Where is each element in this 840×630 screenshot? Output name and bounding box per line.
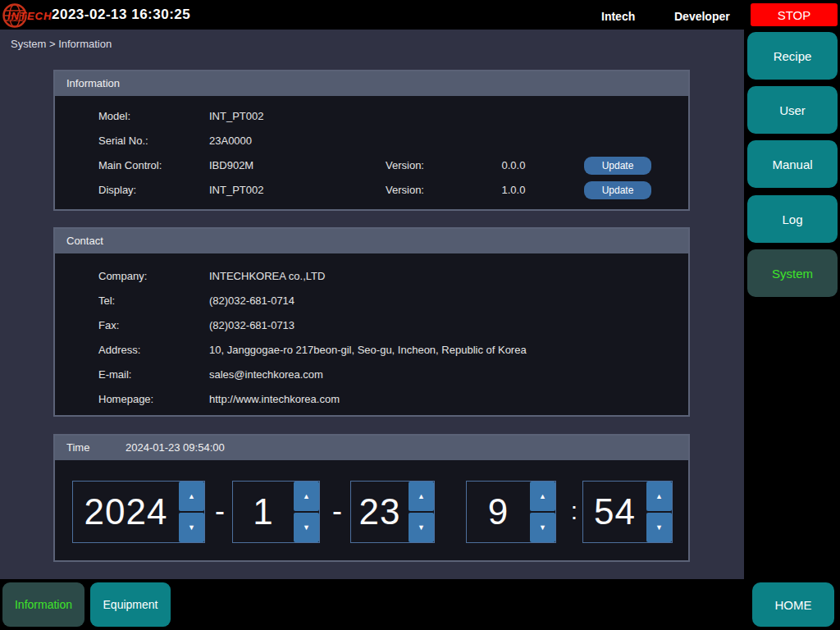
logo-text: INTECH (7, 10, 52, 22)
homepage-row: Homepage: http://www.intechkorea.com (55, 387, 688, 412)
address-row: Address: 10, Janggogae-ro 217beon-gil, S… (55, 338, 688, 363)
month-spinner: 1 ▲ ▼ (232, 481, 320, 543)
month-spin-buttons: ▲ ▼ (294, 482, 319, 542)
stop-button[interactable]: STOP (751, 3, 838, 26)
time-panel-header: Time 2024-01-23 09:54:00 (55, 436, 688, 460)
main-control-update-button[interactable]: Update (584, 157, 651, 175)
information-panel-body: Model: INT_PT002 Serial No.: 23A0000 Mai… (55, 96, 688, 209)
main-control-version-value: 0.0.0 (476, 153, 551, 178)
company-name-label: Intech (601, 10, 635, 23)
information-panel: Information Model: INT_PT002 Serial No.:… (53, 70, 690, 211)
minute-spinner: 54 ▲ ▼ (582, 481, 673, 543)
spin-down-icon: ▼ (539, 523, 546, 532)
fax-label: Fax: (98, 313, 119, 338)
time-panel-title: Time (66, 436, 89, 460)
logged-in-user-label: Developer (674, 10, 730, 23)
spin-up-icon: ▲ (539, 492, 546, 500)
information-panel-header: Information (55, 71, 688, 96)
home-button[interactable]: HOME (752, 582, 834, 627)
top-bar: INTECH 2023-02-13 16:30:25 Intech Develo… (0, 0, 840, 30)
month-field[interactable]: 1 (233, 491, 294, 532)
spin-down-icon: ▼ (188, 523, 195, 532)
month-down-button[interactable]: ▼ (294, 513, 319, 542)
minute-up-button[interactable]: ▲ (646, 482, 672, 511)
time-panel-body: 2024 ▲ ▼ - 1 ▲ ▼ - 23 ▲ ▼ (55, 460, 688, 560)
current-time-value: 2024-01-23 09:54:00 (126, 436, 225, 460)
company-value: INTECHKOREA co.,LTD (209, 264, 325, 289)
hour-down-button[interactable]: ▼ (530, 513, 555, 542)
spin-down-icon: ▼ (303, 523, 310, 532)
day-up-button[interactable]: ▲ (409, 482, 434, 511)
information-panel-title: Information (66, 71, 120, 96)
contact-panel-title: Contact (66, 229, 103, 253)
bottom-bar: Information Equipment HOME (0, 579, 840, 630)
tab-information[interactable]: Information (2, 582, 84, 627)
model-row: Model: INT_PT002 (55, 104, 688, 129)
main-content: System > Information Information Model: … (0, 30, 744, 579)
system-datetime: 2023-02-13 16:30:25 (52, 7, 190, 23)
homepage-value: http://www.intechkorea.com (209, 387, 340, 412)
model-value: INT_PT002 (209, 104, 263, 129)
sidebar-item-log[interactable]: Log (747, 195, 838, 243)
sidebar-item-system[interactable]: System (747, 249, 838, 297)
serial-row: Serial No.: 23A0000 (55, 129, 688, 153)
day-down-button[interactable]: ▼ (409, 513, 434, 542)
display-value: INT_PT002 (209, 178, 263, 203)
minute-spin-buttons: ▲ ▼ (646, 482, 672, 542)
day-spinner: 23 ▲ ▼ (350, 481, 435, 543)
day-spin-buttons: ▲ ▼ (409, 482, 434, 542)
serial-value: 23A0000 (209, 129, 252, 153)
breadcrumb: System > Information (11, 38, 112, 50)
homepage-label: Homepage: (98, 387, 153, 412)
address-value: 10, Janggogae-ro 217beon-gil, Seo-gu, In… (209, 338, 527, 363)
email-label: E-mail: (98, 363, 131, 387)
contact-panel-header: Contact (55, 229, 688, 253)
serial-label: Serial No.: (98, 129, 148, 153)
email-value: sales@intechkorea.com (209, 363, 323, 387)
company-label: Company: (98, 264, 147, 289)
display-version-label: Version: (386, 178, 424, 203)
sidebar-item-recipe[interactable]: Recipe (747, 32, 838, 80)
main-control-label: Main Control: (98, 153, 162, 178)
display-update-button[interactable]: Update (584, 181, 651, 199)
main-control-row: Main Control: IBD902M Version: 0.0.0 Upd… (55, 153, 688, 178)
display-label: Display: (98, 178, 136, 203)
hour-up-button[interactable]: ▲ (530, 482, 555, 511)
main-control-version-label: Version: (386, 153, 424, 178)
display-version-value: 1.0.0 (476, 178, 551, 203)
contact-panel: Contact Company: INTECHKOREA co.,LTD Tel… (53, 227, 690, 417)
date-separator: - (210, 481, 230, 543)
sidebar-item-user[interactable]: User (747, 86, 838, 134)
time-panel: Time 2024-01-23 09:54:00 2024 ▲ ▼ - 1 ▲ … (53, 434, 690, 562)
hour-spin-buttons: ▲ ▼ (530, 482, 555, 542)
model-label: Model: (98, 104, 130, 129)
tel-row: Tel: (82)032-681-0714 (55, 289, 688, 313)
tab-equipment[interactable]: Equipment (90, 582, 171, 627)
spin-up-icon: ▲ (418, 492, 425, 500)
tel-value: (82)032-681-0714 (209, 289, 294, 313)
intech-logo: INTECH (2, 2, 49, 28)
fax-row: Fax: (82)032-681-0713 (55, 313, 688, 338)
year-field[interactable]: 2024 (73, 491, 179, 532)
minute-field[interactable]: 54 (583, 491, 646, 532)
spin-down-icon: ▼ (418, 523, 425, 532)
email-row: E-mail: sales@intechkorea.com (55, 363, 688, 387)
year-down-button[interactable]: ▼ (179, 513, 204, 542)
address-label: Address: (98, 338, 140, 363)
year-spin-buttons: ▲ ▼ (179, 482, 204, 542)
year-up-button[interactable]: ▲ (179, 482, 204, 511)
date-separator: - (327, 481, 347, 543)
main-control-value: IBD902M (209, 153, 253, 178)
spin-up-icon: ▲ (188, 492, 195, 500)
fax-value: (82)032-681-0713 (209, 313, 294, 338)
time-separator: : (564, 481, 584, 543)
contact-panel-body: Company: INTECHKOREA co.,LTD Tel: (82)03… (55, 253, 688, 415)
sidebar-item-manual[interactable]: Manual (747, 140, 838, 188)
spin-down-icon: ▼ (655, 523, 663, 532)
hour-field[interactable]: 9 (467, 491, 530, 532)
right-sidebar: STOP Recipe User Manual Log System (744, 0, 840, 630)
day-field[interactable]: 23 (351, 491, 409, 532)
minute-down-button[interactable]: ▼ (646, 513, 672, 542)
month-up-button[interactable]: ▲ (294, 482, 319, 511)
hour-spinner: 9 ▲ ▼ (466, 481, 556, 543)
